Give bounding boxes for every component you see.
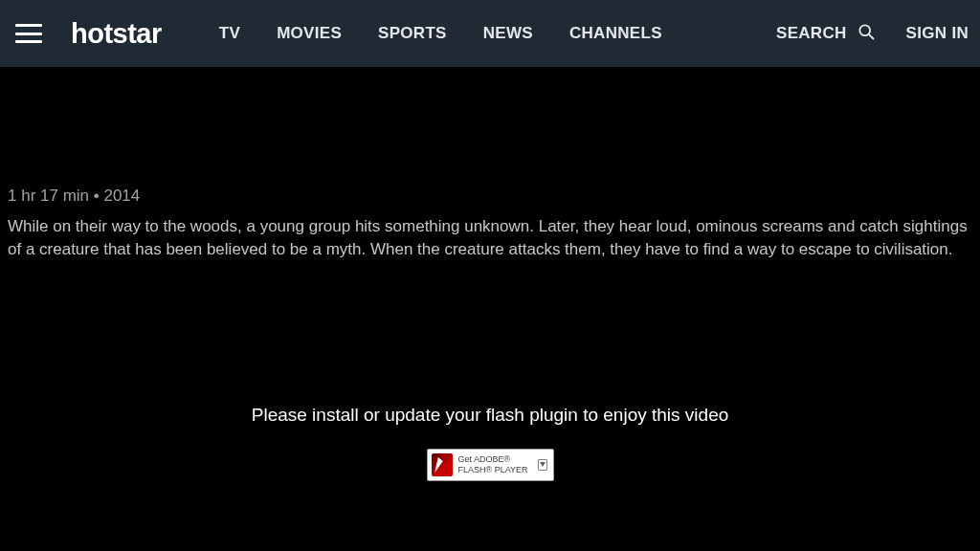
flash-text-line2: FLASH® PLAYER — [458, 466, 528, 474]
nav-tv[interactable]: TV — [219, 24, 240, 43]
header-bar: hotstar TV MOVIES SPORTS NEWS CHANNELS S… — [0, 0, 980, 67]
get-flash-button[interactable]: Get ADOBE® FLASH® PLAYER — [427, 449, 554, 481]
player-area: Please install or update your flash plug… — [8, 405, 972, 481]
logo[interactable]: hotstar — [71, 18, 162, 50]
header-right: SEARCH SIGN IN — [776, 22, 969, 45]
content-area: 1 hr 17 min • 2014 While on their way to… — [0, 187, 980, 481]
flash-install-message: Please install or update your flash plug… — [8, 405, 972, 426]
svg-point-0 — [859, 25, 870, 35]
nav-movies[interactable]: MOVIES — [277, 24, 342, 43]
main-nav: TV MOVIES SPORTS NEWS CHANNELS — [219, 24, 662, 43]
signin-button[interactable]: SIGN IN — [906, 24, 969, 43]
search-button[interactable]: SEARCH — [776, 22, 876, 45]
nav-news[interactable]: NEWS — [483, 24, 533, 43]
svg-line-1 — [869, 34, 873, 38]
video-description: While on their way to the woods, a young… — [8, 215, 972, 261]
flash-text-line1: Get ADOBE® — [458, 455, 511, 464]
search-icon — [857, 22, 876, 45]
video-meta: 1 hr 17 min • 2014 — [8, 187, 972, 206]
search-label: SEARCH — [776, 24, 847, 43]
flash-button-text: Get ADOBE® FLASH® PLAYER — [458, 455, 528, 474]
menu-icon[interactable] — [15, 24, 42, 43]
download-icon — [538, 459, 547, 471]
flash-logo-icon — [432, 453, 453, 476]
nav-channels[interactable]: CHANNELS — [569, 24, 662, 43]
nav-sports[interactable]: SPORTS — [378, 24, 447, 43]
